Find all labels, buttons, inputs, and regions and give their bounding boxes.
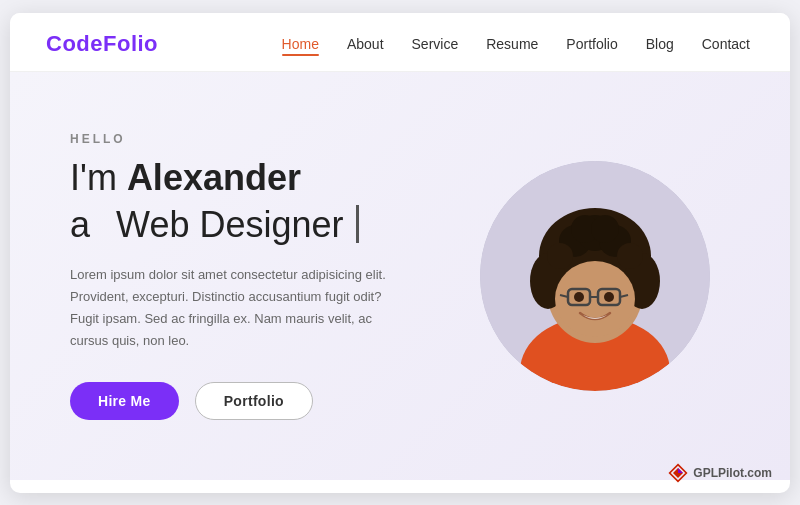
hire-me-button[interactable]: Hire Me <box>70 382 179 420</box>
nav-link-home[interactable]: Home <box>282 36 319 52</box>
hero-description: Lorem ipsum dolor sit amet consectetur a… <box>70 264 390 352</box>
nav-item-resume[interactable]: Resume <box>486 35 538 53</box>
footer-brand-label: GPLPilot.com <box>693 466 772 480</box>
hero-section: HELLO I'm Alexander a Web Designer Lorem… <box>10 72 790 481</box>
nav-link-service[interactable]: Service <box>412 36 459 52</box>
nav-item-about[interactable]: About <box>347 35 384 53</box>
nav-links: Home About Service Resume Portfolio Blog… <box>282 35 750 53</box>
nav-item-portfolio[interactable]: Portfolio <box>566 35 617 53</box>
svg-point-12 <box>617 243 643 269</box>
cursor-bar <box>356 205 359 243</box>
hero-title: I'm Alexander <box>70 156 390 199</box>
hero-subtitle-role: Web Designer <box>116 203 343 246</box>
nav-link-contact[interactable]: Contact <box>702 36 750 52</box>
svg-point-14 <box>591 215 619 243</box>
site-logo: CodeFolio <box>46 31 158 57</box>
hero-hello: HELLO <box>70 132 390 146</box>
hero-subtitle-a: a <box>70 203 90 246</box>
browser-window: CodeFolio Home About Service Resume Port… <box>10 13 790 493</box>
svg-point-22 <box>604 292 614 302</box>
nav-link-about[interactable]: About <box>347 36 384 52</box>
footer-brand: GPLPilot.com <box>668 463 772 483</box>
svg-point-11 <box>547 243 573 269</box>
nav-item-service[interactable]: Service <box>412 35 459 53</box>
hero-name: Alexander <box>127 157 301 198</box>
hero-text: HELLO I'm Alexander a Web Designer Lorem… <box>70 132 390 421</box>
gplpilot-icon <box>668 463 688 483</box>
hero-avatar-wrap <box>480 161 710 391</box>
hero-title-intro: I'm <box>70 157 127 198</box>
nav-link-resume[interactable]: Resume <box>486 36 538 52</box>
nav-item-home[interactable]: Home <box>282 35 319 53</box>
nav-item-blog[interactable]: Blog <box>646 35 674 53</box>
nav-link-blog[interactable]: Blog <box>646 36 674 52</box>
portfolio-button[interactable]: Portfolio <box>195 382 313 420</box>
nav-item-contact[interactable]: Contact <box>702 35 750 53</box>
hero-avatar-svg <box>480 161 710 391</box>
nav-link-portfolio[interactable]: Portfolio <box>566 36 617 52</box>
svg-point-21 <box>574 292 584 302</box>
hero-subtitle: a Web Designer <box>70 203 390 246</box>
navbar: CodeFolio Home About Service Resume Port… <box>10 13 790 72</box>
hero-buttons: Hire Me Portfolio <box>70 382 390 420</box>
